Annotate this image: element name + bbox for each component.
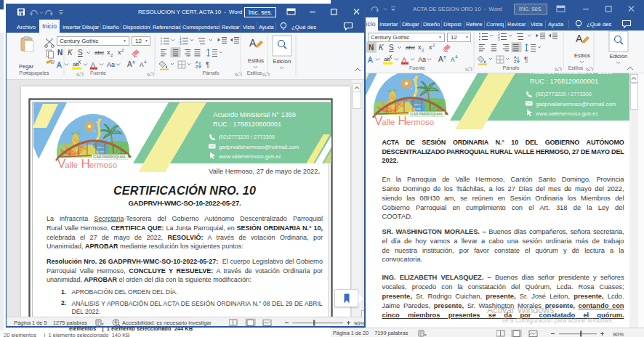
svg-text:S: S xyxy=(389,44,394,52)
svg-text:ab: ab xyxy=(384,56,390,62)
svg-text:S: S xyxy=(78,49,83,57)
svg-text:Aa: Aa xyxy=(107,61,115,68)
svg-text:90%: 90% xyxy=(613,330,624,337)
svg-text:K: K xyxy=(379,44,385,52)
svg-text:A: A xyxy=(57,61,62,69)
svg-text:N: N xyxy=(369,44,374,52)
svg-text:A: A xyxy=(451,56,455,63)
svg-text:A: A xyxy=(91,61,95,68)
svg-text:3: 3 xyxy=(498,38,500,41)
svg-text:2: 2 xyxy=(110,53,113,57)
svg-text:Párrafo: Párrafo xyxy=(203,70,220,76)
svg-text:Fuente: Fuente xyxy=(90,70,106,76)
svg-text:Fuente: Fuente xyxy=(409,65,425,70)
svg-text:2: 2 xyxy=(432,43,435,47)
svg-text:2: 2 xyxy=(121,48,124,52)
svg-text:A: A xyxy=(576,33,583,44)
svg-text:abc: abc xyxy=(94,49,104,56)
svg-text:Z: Z xyxy=(514,60,517,64)
svg-text:Edición: Edición xyxy=(273,58,291,65)
svg-text:90%: 90% xyxy=(354,320,365,327)
svg-text:K: K xyxy=(68,49,73,57)
svg-text:ab: ab xyxy=(73,61,79,68)
svg-text:¶: ¶ xyxy=(206,61,209,69)
svg-text:Z: Z xyxy=(196,65,198,69)
svg-text:Estilos: Estilos xyxy=(568,65,584,70)
svg-text:N: N xyxy=(57,49,63,57)
svg-text:Aa: Aa xyxy=(418,56,426,63)
svg-text:3: 3 xyxy=(180,42,182,46)
svg-text:A: A xyxy=(402,56,406,63)
svg-text:A: A xyxy=(249,37,257,49)
svg-text:Párrafo: Párrafo xyxy=(503,65,520,70)
svg-text:A: A xyxy=(438,55,443,63)
svg-text:A: A xyxy=(368,56,373,64)
svg-text:2: 2 xyxy=(422,48,424,52)
svg-text:Estilos: Estilos xyxy=(248,57,264,64)
svg-text:A: A xyxy=(140,61,144,68)
svg-text:Estilos: Estilos xyxy=(574,52,590,59)
svg-text:¶: ¶ xyxy=(524,56,528,64)
svg-text:A: A xyxy=(127,60,132,68)
svg-text:abc: abc xyxy=(406,44,415,51)
svg-text:Pegar: Pegar xyxy=(19,63,34,70)
svg-text:Edición: Edición xyxy=(610,53,628,60)
svg-text:Estilos: Estilos xyxy=(247,70,262,76)
svg-text:Portapapeles: Portapapeles xyxy=(19,70,49,76)
